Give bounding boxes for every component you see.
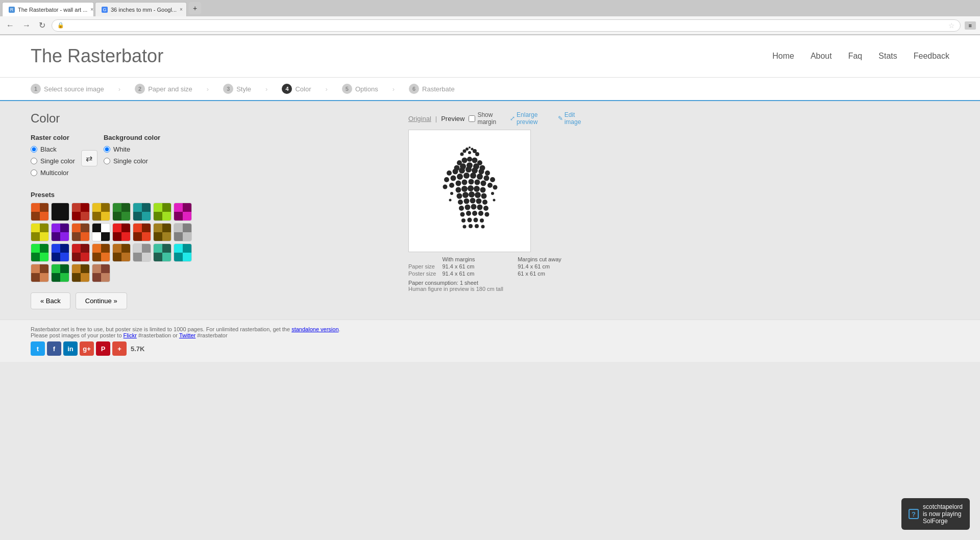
nav-faq[interactable]: Faq [848, 52, 863, 61]
twitter-link[interactable]: Twitter [179, 332, 195, 338]
svg-point-58 [459, 206, 464, 211]
step-3[interactable]: 3 Style [223, 84, 251, 94]
bg-white-radio[interactable] [104, 146, 110, 153]
step-sep-1: › [118, 85, 120, 93]
flickr-link[interactable]: Flickr [124, 332, 137, 338]
show-margin-label[interactable]: Show margin [469, 111, 506, 126]
preset-item[interactable] [71, 223, 90, 241]
bg-single-option[interactable]: Single color [104, 157, 160, 165]
standalone-link[interactable]: standalone version [291, 326, 338, 332]
tab-close-1[interactable]: × [90, 7, 93, 12]
nav-about[interactable]: About [811, 52, 832, 61]
facebook-social-btn[interactable]: f [47, 341, 61, 356]
raster-single-radio[interactable] [31, 158, 37, 164]
step-6[interactable]: 6 Rasterbate [409, 84, 455, 94]
preset-item[interactable] [31, 243, 49, 262]
svg-point-39 [475, 180, 480, 185]
tab-google[interactable]: G 36 inches to mm - Googl... × [95, 2, 187, 16]
raster-multi-radio[interactable] [31, 169, 37, 176]
raster-black-radio[interactable] [31, 146, 37, 153]
raster-multi-option[interactable]: Multicolor [31, 169, 75, 177]
tab-original[interactable]: Original [408, 115, 431, 122]
address-box[interactable]: 🔒 rasterbator.net ☆ [52, 19, 961, 32]
nav-feedback[interactable]: Feedback [914, 52, 949, 61]
preset-item[interactable] [133, 223, 151, 241]
preset-item[interactable] [71, 264, 90, 282]
preset-item[interactable] [112, 223, 131, 241]
step-num-1: 1 [31, 84, 41, 94]
edit-icon: ✎ [558, 115, 563, 122]
site-header: The Rasterbator Home About Faq Stats Fee… [0, 35, 980, 78]
bg-single-radio[interactable] [104, 158, 110, 164]
pinterest-social-btn[interactable]: P [96, 341, 110, 356]
refresh-button[interactable]: ↻ [37, 19, 47, 31]
paper-size-label: Paper size [408, 263, 436, 269]
svg-point-62 [483, 206, 488, 211]
bg-white-option[interactable]: White [104, 145, 160, 153]
twitter-social-btn[interactable]: t [31, 341, 45, 356]
raster-black-option[interactable]: Black [31, 145, 75, 153]
svg-point-38 [469, 179, 474, 185]
preset-item[interactable] [71, 203, 90, 221]
nav-home[interactable]: Home [772, 52, 794, 61]
preset-item[interactable] [31, 203, 49, 221]
preset-item[interactable] [31, 264, 49, 282]
paper-size-margins: 91.4 x 61 cm [442, 263, 511, 269]
tab-preview[interactable]: Preview [441, 115, 464, 122]
plus-social-btn[interactable]: + [112, 341, 127, 356]
step-1[interactable]: 1 Select source image [31, 84, 104, 94]
enlarge-preview-link[interactable]: ⤢ Enlarge preview [510, 111, 552, 126]
svg-point-73 [469, 224, 473, 228]
preset-item[interactable] [51, 203, 69, 221]
preset-item[interactable] [133, 243, 151, 262]
edit-image-link[interactable]: ✎ Edit image [558, 111, 587, 126]
step-2[interactable]: 2 Paper and size [135, 84, 192, 94]
preset-item[interactable] [153, 223, 172, 241]
new-tab-button[interactable]: + [189, 2, 201, 14]
preset-item[interactable] [153, 243, 172, 262]
swap-button[interactable]: ⇄ [81, 150, 97, 166]
bg-white-label: White [113, 145, 130, 153]
preset-item[interactable] [153, 203, 172, 221]
linkedin-social-btn[interactable]: in [63, 341, 78, 356]
forward-button[interactable]: → [20, 20, 33, 31]
preset-item[interactable] [92, 264, 110, 282]
google-social-btn[interactable]: g+ [80, 341, 94, 356]
preset-item[interactable] [31, 223, 49, 241]
presets-label: Presets [31, 191, 388, 199]
preset-item[interactable] [51, 243, 69, 262]
preset-item[interactable] [51, 264, 69, 282]
preset-item[interactable] [174, 203, 192, 221]
back-button[interactable]: « Back [31, 292, 70, 309]
step-5[interactable]: 5 Options [342, 84, 378, 94]
address-input[interactable]: rasterbator.net [67, 22, 945, 29]
preset-item[interactable] [112, 243, 131, 262]
preset-item[interactable] [92, 243, 110, 262]
svg-point-50 [469, 191, 475, 198]
back-button[interactable]: ← [4, 20, 16, 31]
tab-close-2[interactable]: × [180, 7, 183, 12]
preset-item[interactable] [112, 203, 131, 221]
menu-button[interactable]: ≡ [965, 21, 976, 30]
svg-point-28 [457, 174, 463, 180]
preset-item[interactable] [71, 243, 90, 262]
svg-point-34 [443, 185, 448, 189]
show-margin-checkbox[interactable] [469, 115, 475, 122]
preset-item[interactable] [51, 223, 69, 241]
footer-social: t f in g+ P + 5.7K [31, 341, 949, 356]
preset-item[interactable] [174, 223, 192, 241]
svg-point-4 [471, 148, 474, 151]
preset-item[interactable] [92, 223, 110, 241]
preset-item[interactable] [174, 243, 192, 262]
tab-rasterbator[interactable]: R The Rasterbator - wall art ... × [2, 2, 94, 16]
preset-item[interactable] [92, 203, 110, 221]
nav-stats[interactable]: Stats [878, 52, 897, 61]
step-num-3: 3 [223, 84, 233, 94]
left-panel: Color Raster color Black Single color [31, 111, 388, 309]
step-4[interactable]: 4 Color [282, 84, 311, 94]
star-icon[interactable]: ☆ [948, 21, 955, 30]
presets-grid [31, 203, 204, 282]
raster-single-option[interactable]: Single color [31, 157, 75, 165]
continue-button[interactable]: Continue » [76, 292, 127, 309]
preset-item[interactable] [133, 203, 151, 221]
